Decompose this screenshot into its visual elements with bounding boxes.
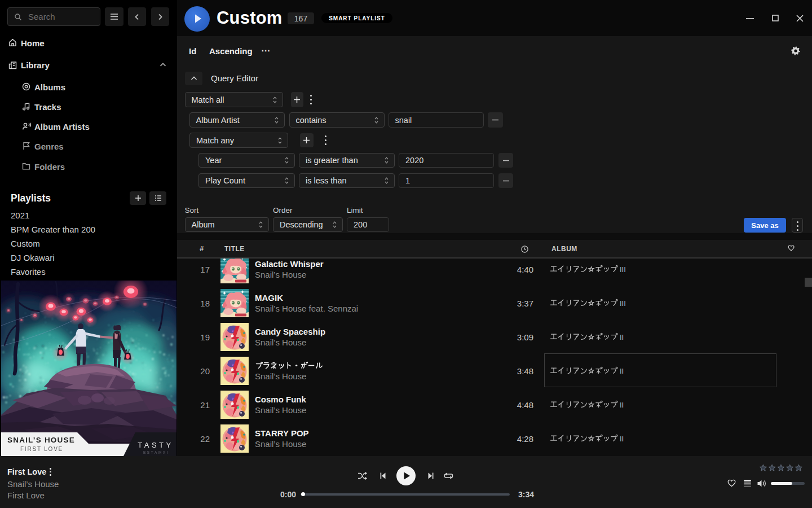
svg-text:TASTY: TASTY bbox=[138, 441, 173, 449]
svg-text:II: II bbox=[620, 400, 624, 409]
svg-text:III: III bbox=[620, 299, 626, 307]
svg-text:BSTΛMXI: BSTΛMXI bbox=[143, 450, 169, 454]
svg-text:II: II bbox=[620, 366, 624, 375]
svg-text:FIRST LOVE: FIRST LOVE bbox=[20, 446, 63, 452]
svg-text:II: II bbox=[620, 434, 624, 443]
svg-text:SNAIL’S HOUSE: SNAIL’S HOUSE bbox=[7, 436, 75, 444]
svg-text:III: III bbox=[620, 265, 626, 273]
svg-text:II: II bbox=[620, 332, 624, 341]
